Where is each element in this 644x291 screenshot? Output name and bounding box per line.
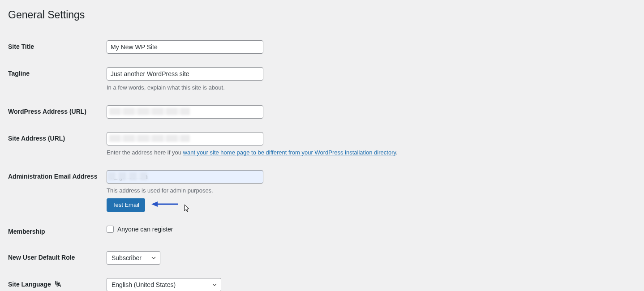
test-email-button[interactable]: Test Email bbox=[107, 198, 145, 212]
site-address-description-suffix: . bbox=[396, 149, 398, 156]
label-tagline: Tagline bbox=[8, 60, 107, 98]
label-wp-address: WordPress Address (URL) bbox=[8, 98, 107, 125]
general-settings-page: General Settings Site Title Tagline In a… bbox=[0, 0, 644, 291]
default-role-select[interactable]: Subscriber bbox=[107, 251, 160, 265]
site-language-select[interactable]: English (United States) bbox=[107, 278, 221, 291]
cursor-icon bbox=[184, 204, 190, 215]
settings-form-table: Site Title Tagline In a few words, expla… bbox=[8, 34, 635, 291]
site-address-input[interactable] bbox=[107, 132, 263, 146]
translate-icon bbox=[54, 280, 61, 289]
label-site-language-text: Site Language bbox=[8, 281, 51, 288]
tagline-input[interactable] bbox=[107, 67, 263, 81]
label-membership: Membership bbox=[8, 218, 107, 244]
label-admin-email: Administration Email Address bbox=[8, 163, 107, 218]
wp-address-input[interactable] bbox=[107, 105, 263, 119]
site-title-input[interactable] bbox=[107, 40, 263, 54]
site-address-description-link[interactable]: want your site home page to be different… bbox=[183, 149, 396, 156]
row-membership: Membership Anyone can register bbox=[8, 218, 635, 244]
row-default-role: New User Default Role Subscriber bbox=[8, 244, 635, 271]
arrow-annotation-icon bbox=[151, 201, 179, 210]
label-default-role: New User Default Role bbox=[8, 244, 107, 271]
label-site-title: Site Title bbox=[8, 34, 107, 60]
row-site-title: Site Title bbox=[8, 34, 635, 60]
row-admin-email: Administration Email Address This addres… bbox=[8, 163, 635, 218]
label-site-address: Site Address (URL) bbox=[8, 125, 107, 163]
tagline-description: In a few words, explain what this site i… bbox=[107, 84, 631, 92]
admin-email-input[interactable] bbox=[107, 170, 263, 184]
anyone-can-register-checkbox[interactable] bbox=[107, 226, 114, 233]
admin-email-description: This address is used for admin purposes. bbox=[107, 187, 631, 195]
site-address-description-prefix: Enter the address here if you bbox=[107, 149, 183, 156]
anyone-can-register-label: Anyone can register bbox=[117, 225, 173, 233]
svg-marker-1 bbox=[151, 201, 158, 207]
row-site-language: Site Language English (United States) bbox=[8, 271, 635, 291]
page-title: General Settings bbox=[8, 4, 635, 24]
row-tagline: Tagline In a few words, explain what thi… bbox=[8, 60, 635, 98]
site-address-description: Enter the address here if you want your … bbox=[107, 149, 631, 157]
row-site-address: Site Address (URL) Enter the address her… bbox=[8, 125, 635, 163]
row-wp-address: WordPress Address (URL) bbox=[8, 98, 635, 125]
label-site-language: Site Language bbox=[8, 271, 107, 291]
